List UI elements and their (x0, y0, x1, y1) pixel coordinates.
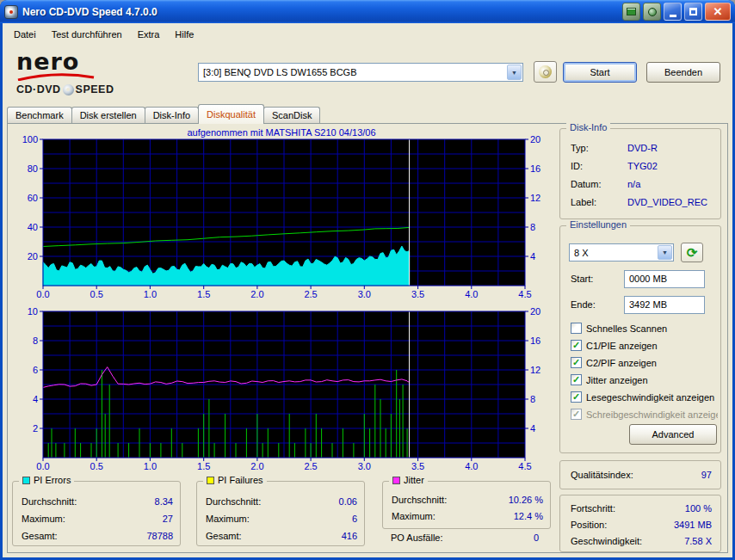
checkbox-icon: ✓ (571, 357, 582, 368)
svg-text:4.5: 4.5 (518, 289, 531, 299)
quality-chart-bottom: 246810481216200.00.51.01.52.02.53.03.54.… (12, 307, 551, 472)
minimize-icon (670, 15, 676, 17)
svg-text:8: 8 (33, 335, 38, 346)
checkbox-icon: ✓ (571, 340, 582, 351)
speed-value: 7.58 X (684, 536, 712, 546)
checkbox-c1-pie-anzeigen[interactable]: ✓ C1/PIE anzeigen (571, 339, 718, 352)
svg-text:16: 16 (530, 335, 540, 346)
svg-text:1.5: 1.5 (197, 461, 210, 471)
svg-text:20: 20 (530, 307, 540, 317)
stat-value: 8.34 (155, 496, 173, 507)
checkbox-schnelles-scannen[interactable]: Schnelles Scannen (571, 322, 718, 335)
capture-button[interactable] (643, 3, 661, 21)
pi-errors-caption: PI Errors (19, 475, 74, 485)
pi-errors-group: PI Errors Durchschnitt:8.34 Maximum:27 G… (12, 481, 181, 546)
stat-value: 416 (342, 531, 357, 541)
quality-chart-top: 20406080100481216200.00.51.01.52.02.53.0… (12, 135, 551, 300)
stat-value: 78788 (146, 531, 173, 541)
po-failures-row: PO Ausfälle: 0 (391, 532, 539, 543)
svg-text:3.0: 3.0 (358, 461, 371, 471)
settings-caption: Einstellungen (566, 219, 630, 230)
stat-label: Durchschnitt: (22, 496, 77, 507)
quality-index-label: Qualitätsindex: (571, 470, 633, 480)
svg-text:2: 2 (33, 423, 38, 434)
disk-info-caption: Disk-Info (566, 122, 610, 132)
svg-text:4.5: 4.5 (518, 461, 531, 471)
checkbox-jitter-anzeigen[interactable]: ✓ Jitter anzeigen (571, 373, 718, 386)
nero-wordmark: nero (16, 52, 137, 72)
eject-button[interactable] (534, 61, 557, 83)
tab-scandisk[interactable]: ScanDisk (263, 107, 320, 123)
jitter-color-chip (392, 477, 400, 484)
maximize-button[interactable] (684, 3, 702, 21)
menu-datei[interactable]: Datei (6, 26, 44, 44)
end-field-label: Ende: (571, 299, 596, 310)
info-label: ID: (571, 161, 583, 171)
app-window: Nero CD-DVD Speed 4.7.0.0 ✕ Datei Test d… (0, 0, 735, 560)
checkbox-c2-pif-anzeigen[interactable]: ✓ C2/PIF anzeigen (571, 356, 718, 369)
svg-text:100: 100 (22, 135, 38, 145)
jitter-group: Jitter Durchschnitt:10.26 % Maximum:12.4… (382, 481, 551, 529)
menu-test-durchfuehren[interactable]: Test durchführen (44, 26, 130, 44)
start-field-label: Start: (571, 274, 593, 284)
svg-text:0.0: 0.0 (36, 289, 49, 299)
app-icon (4, 5, 18, 19)
title-bar[interactable]: Nero CD-DVD Speed 4.7.0.0 ✕ (0, 0, 735, 23)
svg-text:80: 80 (28, 163, 38, 174)
start-field[interactable]: 0000 MB (624, 270, 705, 288)
photo-icon (627, 8, 636, 15)
refresh-button[interactable]: ⟳ (681, 243, 703, 262)
nero-logo: nero CD·DVD SPEED (16, 52, 137, 95)
checkbox-icon (571, 323, 582, 334)
checkbox-icon: ✓ (571, 374, 582, 385)
tab-strip: Benchmark Disk erstellen Disk-Info Diskq… (7, 103, 319, 123)
svg-text:2.5: 2.5 (304, 289, 317, 299)
close-button[interactable]: ✕ (705, 3, 731, 21)
svg-text:16: 16 (530, 163, 540, 174)
start-button[interactable]: Start (563, 62, 637, 83)
tab-disk-info[interactable]: Disk-Info (145, 107, 199, 123)
settings-group: Einstellungen 8 X ▼ ⟳ Start: 0000 MB End… (559, 225, 721, 453)
speed-label: Geschwindigkeit: (571, 536, 642, 546)
speed-select[interactable]: 8 X ▼ (569, 243, 674, 262)
svg-text:3.5: 3.5 (411, 289, 424, 299)
chevron-down-icon[interactable]: ▼ (507, 65, 522, 80)
advanced-button[interactable]: Advanced (629, 424, 717, 445)
svg-text:6: 6 (33, 365, 38, 375)
start-button-label: Start (590, 67, 609, 77)
checkbox-schreibgeschwindigkeit[interactable]: ✓ Schreibgeschwindigkeit anzeigen (571, 408, 718, 421)
svg-text:4: 4 (530, 251, 535, 262)
svg-text:60: 60 (28, 193, 38, 203)
quit-button[interactable]: Beenden (646, 62, 720, 83)
disk-id-value: TYG02 (627, 161, 719, 171)
tab-diskqualitaet[interactable]: Diskqualität (198, 104, 264, 124)
svg-text:8: 8 (530, 222, 535, 232)
quality-index-value: 97 (701, 470, 712, 480)
svg-text:0.0: 0.0 (36, 461, 49, 471)
logo-product-left: CD·DVD (16, 83, 61, 95)
snapshot-button[interactable] (622, 3, 640, 21)
tab-disk-erstellen[interactable]: Disk erstellen (71, 107, 145, 123)
progress-group: Fortschritt: 100 % Position: 3491 MB Ges… (559, 495, 721, 552)
end-field[interactable]: 3492 MB (624, 296, 705, 314)
disk-type-value: DVD-R (627, 143, 719, 153)
checkbox-lesegeschwindigkeit[interactable]: ✓ Lesegeschwindigkeit anzeigen (571, 391, 718, 403)
refresh-icon: ⟳ (687, 246, 698, 259)
disk-label-value: DVD_VIDEO_REC (627, 197, 719, 207)
pi-errors-color-chip (22, 477, 30, 484)
svg-text:12: 12 (530, 193, 540, 203)
drive-select[interactable]: [3:0] BENQ DVD LS DW1655 BCGB ▼ (198, 63, 523, 82)
speed-select-value: 8 X (574, 248, 589, 258)
stat-label: Durchschnitt: (392, 495, 447, 505)
window-content: Datei Test durchführen Extra Hilfe nero … (3, 23, 732, 557)
chevron-down-icon[interactable]: ▼ (658, 245, 672, 260)
menu-hilfe[interactable]: Hilfe (167, 26, 201, 44)
stat-value: 27 (163, 514, 173, 524)
minimize-button[interactable] (664, 3, 682, 21)
svg-text:0.5: 0.5 (90, 461, 103, 471)
stat-label: Maximum: (392, 511, 435, 521)
po-failures-value: 0 (534, 532, 539, 543)
menu-extra[interactable]: Extra (130, 26, 168, 44)
checkbox-icon: ✓ (571, 409, 582, 420)
tab-benchmark[interactable]: Benchmark (7, 107, 72, 123)
